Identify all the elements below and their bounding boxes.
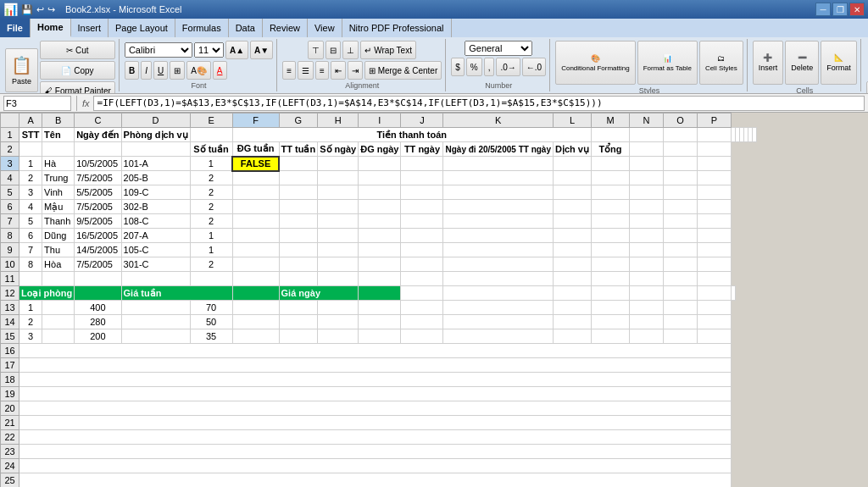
row-header-25[interactable]: 25 <box>1 473 19 488</box>
cell-H1[interactable] <box>629 128 663 142</box>
cell-H13[interactable] <box>318 301 359 315</box>
row-header-13[interactable]: 13 <box>1 301 19 315</box>
cell-D3[interactable]: 101-A <box>121 157 190 171</box>
font-family-select[interactable]: Calibri <box>125 42 192 58</box>
cell-G11[interactable] <box>279 272 318 286</box>
cell-J5[interactable] <box>401 185 443 200</box>
cell-D4[interactable]: 205-B <box>121 171 190 185</box>
cell-D8[interactable]: 207-A <box>121 229 190 243</box>
cell-G6[interactable] <box>279 200 318 214</box>
cell-D14[interactable] <box>121 315 190 329</box>
cell-C13[interactable]: 400 <box>75 301 121 315</box>
cell-G5[interactable] <box>279 185 318 200</box>
cell-O4[interactable] <box>663 171 697 185</box>
cell-N14[interactable] <box>629 315 663 329</box>
cell-K15[interactable] <box>443 329 554 344</box>
cell-B11[interactable] <box>42 272 75 286</box>
row-header-17[interactable]: 17 <box>1 358 19 373</box>
row-header-2[interactable]: 2 <box>1 142 19 157</box>
cell-N13[interactable] <box>629 301 663 315</box>
quick-access-redo[interactable]: ↪ <box>47 4 55 15</box>
cell-K5[interactable] <box>443 185 554 200</box>
cell-F9[interactable] <box>232 243 279 257</box>
cell-J1[interactable] <box>697 128 731 142</box>
cell-I5[interactable] <box>359 185 401 200</box>
cell-D9[interactable]: 105-C <box>121 243 190 257</box>
cell-B1[interactable]: Tên <box>42 128 75 142</box>
cell-B4[interactable]: Trung <box>42 171 75 185</box>
cell-I9[interactable] <box>359 243 401 257</box>
cell-M11[interactable] <box>591 272 629 286</box>
cell-D10[interactable]: 301-C <box>121 257 190 272</box>
increase-decimal-button[interactable]: .0→ <box>496 58 520 76</box>
cell-B2[interactable] <box>42 142 75 157</box>
format-as-table-button[interactable]: 📊Format as Table <box>637 41 698 85</box>
cell-L3[interactable] <box>553 157 591 171</box>
cell-J9[interactable] <box>401 243 443 257</box>
cell-B9[interactable]: Thu <box>42 243 75 257</box>
cell-J8[interactable] <box>401 229 443 243</box>
formula-input[interactable] <box>93 96 865 111</box>
cell-C9[interactable]: 14/5/2005 <box>75 243 121 257</box>
cell-B5[interactable]: Vinh <box>42 185 75 200</box>
cell-K3[interactable] <box>443 157 554 171</box>
cell-E10[interactable]: 2 <box>190 257 232 272</box>
cell-F8[interactable] <box>232 229 279 243</box>
cell-C3[interactable]: 10/5/2005 <box>75 157 121 171</box>
decrease-decimal-button[interactable]: ←.0 <box>522 58 546 76</box>
cell-styles-button[interactable]: 🗂Cell Styles <box>699 41 743 85</box>
row-header-10[interactable]: 10 <box>1 257 19 272</box>
cell-M12[interactable] <box>697 286 731 301</box>
cell-P8[interactable] <box>697 229 731 243</box>
cell-L8[interactable] <box>553 229 591 243</box>
cell-H6[interactable] <box>318 200 359 214</box>
cell-N9[interactable] <box>629 243 663 257</box>
col-header-P[interactable]: P <box>697 113 731 128</box>
cell-C10[interactable]: 7/5/2005 <box>75 257 121 272</box>
quick-access-save[interactable]: 💾 <box>21 4 33 15</box>
cell-I2[interactable]: ĐG ngày <box>359 142 401 157</box>
cell-H4[interactable] <box>318 171 359 185</box>
row-header-3[interactable]: 3 <box>1 157 19 171</box>
cell-L2[interactable]: Dịch vụ <box>553 142 591 157</box>
cell-E9[interactable]: 1 <box>190 243 232 257</box>
cell-L6[interactable] <box>553 200 591 214</box>
tab-file[interactable]: File <box>0 19 31 37</box>
cell-O10[interactable] <box>663 257 697 272</box>
tab-data[interactable]: Data <box>229 19 263 37</box>
close-button[interactable]: ✕ <box>849 3 865 16</box>
cell-P1[interactable] <box>752 128 756 142</box>
cell-M10[interactable] <box>591 257 629 272</box>
cell-J10[interactable] <box>401 257 443 272</box>
cell-L11[interactable] <box>553 272 591 286</box>
cell-P15[interactable] <box>697 329 731 344</box>
cell-M13[interactable] <box>591 301 629 315</box>
cell-A6[interactable]: 4 <box>19 200 42 214</box>
cell-G8[interactable] <box>279 229 318 243</box>
tab-insert[interactable]: Insert <box>71 19 109 37</box>
cell-G4[interactable] <box>279 171 318 185</box>
number-format-select[interactable]: General <box>465 41 532 56</box>
row-header-1[interactable]: 1 <box>1 128 19 142</box>
cell-K9[interactable] <box>443 243 554 257</box>
cell-B12[interactable] <box>75 286 121 301</box>
percent-button[interactable]: % <box>466 58 482 76</box>
row-header-14[interactable]: 14 <box>1 315 19 329</box>
align-bottom-button[interactable]: ⊥ <box>342 41 359 59</box>
col-header-O[interactable]: O <box>663 113 697 128</box>
cell-A1[interactable]: STT <box>19 128 42 142</box>
cell-J11[interactable] <box>401 272 443 286</box>
cell-P10[interactable] <box>697 257 731 272</box>
cell-K4[interactable] <box>443 171 554 185</box>
cell-O15[interactable] <box>663 329 697 344</box>
cell-C4[interactable]: 7/5/2005 <box>75 171 121 185</box>
cell-I10[interactable] <box>359 257 401 272</box>
col-header-K[interactable]: K <box>443 113 554 128</box>
cell-A12[interactable]: Loại phòng <box>19 286 75 301</box>
delete-cells-button[interactable]: ➖Delete <box>785 41 819 85</box>
font-color-button[interactable]: A <box>213 61 227 80</box>
cell-C1[interactable]: Ngày đến <box>75 128 121 142</box>
cell-E4[interactable]: 2 <box>190 171 232 185</box>
cell-C5[interactable]: 5/5/2005 <box>75 185 121 200</box>
cell-L14[interactable] <box>553 315 591 329</box>
